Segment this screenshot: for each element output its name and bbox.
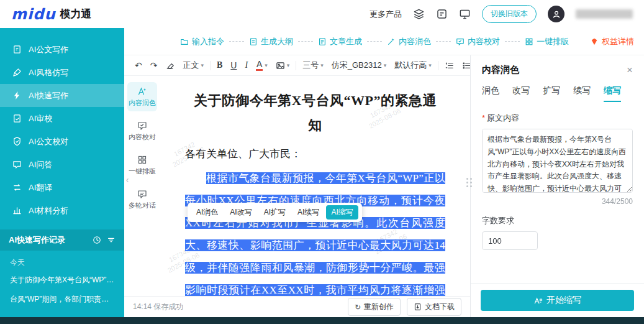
ai-expand-button[interactable]: AI扩写 bbox=[259, 205, 291, 220]
paragraph-style-select[interactable]: 正文 ▾ bbox=[181, 58, 206, 72]
tool-proofread-content[interactable]: 内容校对 bbox=[127, 116, 157, 146]
outline-doc-icon bbox=[249, 37, 258, 46]
tool-polish-content[interactable]: 内容润色 bbox=[127, 82, 157, 111]
bold-button[interactable]: B bbox=[215, 60, 224, 71]
ai-actions-popup: AI润色 AI改写 AI扩写 AI续写 AI缩写 bbox=[188, 203, 362, 222]
step-label: 一键排版 bbox=[537, 36, 569, 47]
sidebar-item-material-analysis[interactable]: AI材料分析 bbox=[0, 199, 124, 222]
history-item[interactable]: 台风“WP”期间，各部门职责分工明... bbox=[0, 290, 124, 309]
username-blurred bbox=[576, 9, 633, 19]
content-row: ↶ ↷ 正文 ▾ B U I A ▾ bbox=[124, 55, 644, 317]
clear-format-button[interactable] bbox=[163, 60, 176, 72]
ai-polish-button[interactable]: AI润色 bbox=[191, 205, 223, 220]
step-generate-article[interactable]: 文章生成 bbox=[318, 36, 362, 47]
source-content-label: *原文内容 bbox=[482, 113, 633, 124]
workspace-monitor-icon[interactable] bbox=[459, 8, 471, 20]
redo-button[interactable]: ↷ bbox=[148, 60, 160, 71]
logo-midu: midu bbox=[11, 6, 56, 23]
font-family-select[interactable]: 仿宋_GB2312 ▾ bbox=[330, 58, 388, 72]
history-item[interactable]: 关于防御今年第X号台风“WP”的紧... bbox=[0, 271, 124, 290]
step-label: 生成大纲 bbox=[261, 36, 293, 47]
panel-resize-handle[interactable] bbox=[465, 176, 474, 189]
line-height-select[interactable]: 默认行高 ▾ bbox=[392, 58, 433, 72]
toolbar-divider bbox=[296, 61, 296, 70]
step-connector bbox=[505, 41, 520, 42]
history-collapse-icon[interactable] bbox=[107, 236, 116, 244]
start-shrink-button[interactable]: 开始缩写 bbox=[481, 290, 634, 311]
italic-button[interactable]: I bbox=[243, 60, 250, 71]
undo-button[interactable]: ↶ bbox=[133, 60, 144, 71]
required-mark: * bbox=[482, 113, 485, 123]
main-area: 输入指令 生成大纲 文章生成 内容润色 内容校对 bbox=[124, 28, 644, 317]
eraser-icon bbox=[165, 61, 175, 70]
insert-image-button[interactable]: ▾ bbox=[274, 60, 292, 72]
ai-rewrite-button[interactable]: AI改写 bbox=[225, 205, 256, 220]
workflow-stepper: 输入指令 生成大纲 文章生成 内容润色 内容校对 bbox=[124, 28, 644, 55]
close-icon[interactable]: × bbox=[627, 65, 633, 75]
tab-expand[interactable]: 扩写 bbox=[543, 85, 560, 102]
tab-rewrite[interactable]: 改写 bbox=[512, 85, 530, 102]
more-products-link[interactable]: 更多产品 bbox=[370, 9, 402, 20]
feedback-note-icon[interactable] bbox=[436, 8, 448, 20]
proofread-bubble-icon bbox=[137, 121, 147, 131]
history-header: AI快速写作记录 bbox=[0, 229, 124, 251]
step-polish-content[interactable]: 内容润色 bbox=[387, 36, 431, 47]
tab-polish[interactable]: 润色 bbox=[482, 85, 499, 102]
chevron-down-icon: ▾ bbox=[384, 62, 387, 68]
chevron-down-icon: ▾ bbox=[320, 62, 324, 68]
ai-shrink-button[interactable]: AI缩写 bbox=[326, 205, 358, 220]
sidebar-collapse-handle[interactable]: ‹ bbox=[123, 170, 132, 189]
user-icon bbox=[551, 9, 561, 19]
image-icon bbox=[276, 61, 285, 70]
tool-one-click-layout[interactable]: 一键排版 bbox=[127, 150, 157, 180]
step-input-command[interactable]: 输入指令 bbox=[180, 36, 224, 47]
selected-text[interactable]: 根据市气象台最新预报，今年第X号台风“WP”正以每小时XX公里左右的速度向西北方… bbox=[185, 172, 445, 296]
document-paragraph: 根据市气象台最新预报，今年第X号台风“WP”正以每小时XX公里左右的速度向西北方… bbox=[185, 167, 445, 296]
sidebar-item-label: AI风格仿写 bbox=[29, 67, 68, 78]
sidebar-item-qa[interactable]: AI问答 bbox=[0, 153, 124, 176]
word-count-input[interactable] bbox=[482, 231, 538, 250]
document-title: 关于防御今年第X号台风“WP”的紧急通知 bbox=[194, 88, 437, 138]
polish-a-icon bbox=[137, 86, 147, 96]
panel-footer: 开始缩写 bbox=[471, 283, 644, 317]
step-generate-outline[interactable]: 生成大纲 bbox=[249, 36, 293, 47]
sidebar-item-label: AI公文写作 bbox=[29, 44, 68, 55]
step-label: 文章生成 bbox=[330, 36, 362, 47]
brush-icon bbox=[12, 68, 22, 77]
tab-continue[interactable]: 续写 bbox=[573, 85, 591, 102]
step-one-click-layout[interactable]: 一键排版 bbox=[525, 36, 569, 47]
sidebar-item-proofread[interactable]: AI公文校对 bbox=[0, 130, 124, 153]
history-clock-icon[interactable] bbox=[93, 236, 101, 244]
ordered-list-button[interactable] bbox=[443, 60, 456, 72]
products-stack-icon[interactable] bbox=[413, 8, 425, 20]
rights-detail-link[interactable]: 权益详情 bbox=[590, 36, 634, 47]
color-swatch bbox=[256, 69, 263, 71]
font-color-button[interactable]: A ▾ bbox=[254, 58, 270, 72]
sidebar-item-style-imitation[interactable]: AI风格仿写 bbox=[0, 61, 124, 84]
paragraph-style-value: 正文 bbox=[183, 60, 199, 71]
step-proofread-content[interactable]: 内容校对 bbox=[456, 36, 500, 47]
source-content-textarea[interactable]: 根据市气象台最新预报，今年第X号台风“WP”正以每小时XX公里左右的速度向西北方… bbox=[482, 129, 633, 193]
status-bar: 14:14 保存成功 ↻ 重新创作 文档下载 bbox=[124, 296, 470, 317]
sidebar-item-translate[interactable]: AI翻译 bbox=[0, 176, 124, 199]
save-status: 14:14 保存成功 bbox=[133, 302, 183, 312]
sidebar-item-gongwen-writing[interactable]: AI公文写作 bbox=[0, 38, 124, 61]
sidebar: AI公文写作 AI风格仿写 AI快速写作 AI审校 AI公文校对 AI问答 AI… bbox=[0, 28, 124, 317]
ai-continue-button[interactable]: AI续写 bbox=[293, 205, 324, 220]
sidebar-item-quick-writing[interactable]: AI快速写作 bbox=[0, 84, 124, 107]
avatar[interactable] bbox=[548, 6, 565, 22]
step-label: 输入指令 bbox=[192, 36, 224, 47]
line-height-value: 默认行高 bbox=[394, 60, 427, 71]
step-label: 内容润色 bbox=[399, 36, 431, 47]
download-document-button[interactable]: 文档下载 bbox=[407, 298, 461, 316]
tab-shrink[interactable]: 缩写 bbox=[604, 85, 621, 102]
underline-button[interactable]: U bbox=[229, 60, 238, 71]
sidebar-item-review[interactable]: AI审校 bbox=[0, 107, 124, 130]
tool-multi-round-chat[interactable]: 多轮对话 bbox=[127, 185, 157, 214]
document-editor[interactable]: 1673422025-08-06 1673422025-08-06 167342… bbox=[160, 76, 470, 296]
switch-old-version-button[interactable]: 切换旧版本 bbox=[482, 5, 537, 23]
font-size-select[interactable]: 三号 ▾ bbox=[301, 58, 325, 72]
recreate-button[interactable]: ↻ 重新创作 bbox=[348, 298, 401, 316]
sidebar-item-label: AI翻译 bbox=[29, 182, 52, 193]
refresh-icon: ↻ bbox=[355, 303, 361, 311]
